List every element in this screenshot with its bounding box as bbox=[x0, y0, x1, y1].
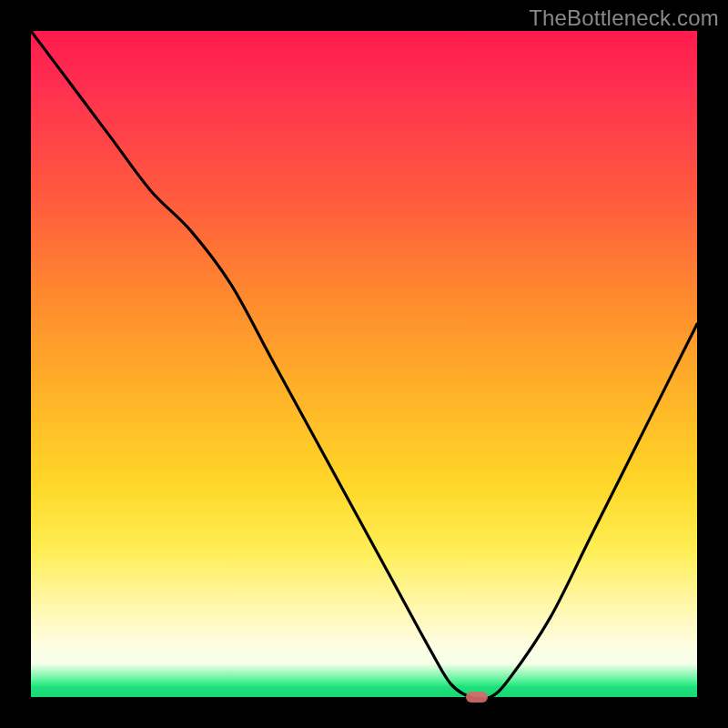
chart-stage: TheBottleneck.com bbox=[0, 0, 728, 728]
watermark-label: TheBottleneck.com bbox=[529, 5, 719, 31]
plot-area bbox=[31, 31, 697, 697]
bottleneck-curve bbox=[31, 31, 697, 697]
minimum-marker-icon bbox=[466, 692, 488, 703]
